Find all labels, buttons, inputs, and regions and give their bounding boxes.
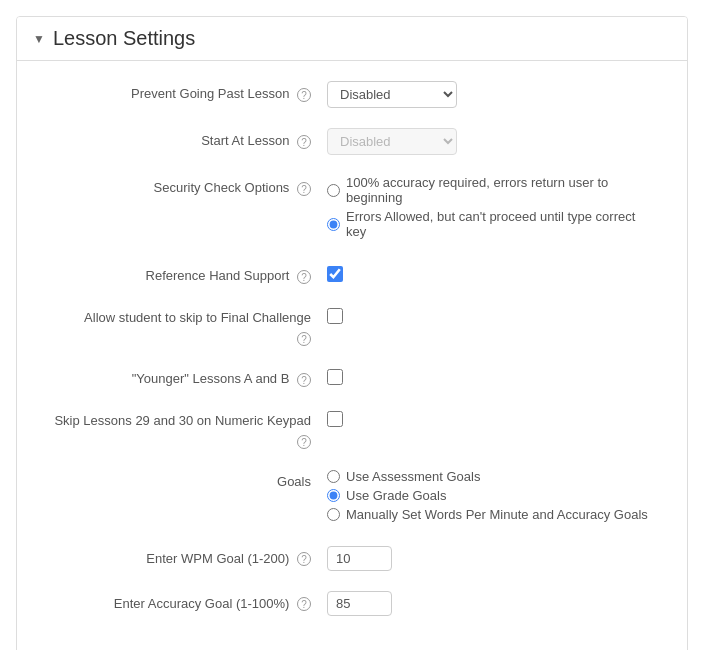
skip-lessons-label: Skip Lessons 29 and 30 on Numeric Keypad… xyxy=(47,408,327,449)
security-check-options-help-icon[interactable]: ? xyxy=(297,182,311,196)
allow-skip-final-control xyxy=(327,305,657,324)
skip-lessons-checkbox[interactable] xyxy=(327,411,343,427)
prevent-going-past-lesson-select[interactable]: Disabled Enabled xyxy=(327,81,457,108)
goals-label-1[interactable]: Use Assessment Goals xyxy=(346,469,480,484)
accuracy-goal-row: Enter Accuracy Goal (1-100%) ? xyxy=(47,591,657,616)
security-check-radio-1[interactable] xyxy=(327,184,340,197)
goals-label-3[interactable]: Manually Set Words Per Minute and Accura… xyxy=(346,507,648,522)
wpm-goal-control xyxy=(327,546,657,571)
younger-lessons-checkbox[interactable] xyxy=(327,369,343,385)
accuracy-goal-help-icon[interactable]: ? xyxy=(297,597,311,611)
panel-collapse-arrow: ▼ xyxy=(33,32,45,46)
allow-skip-final-checkbox-wrap xyxy=(327,305,657,324)
prevent-going-past-lesson-help-icon[interactable]: ? xyxy=(297,88,311,102)
skip-lessons-row: Skip Lessons 29 and 30 on Numeric Keypad… xyxy=(47,408,657,449)
skip-lessons-help-icon[interactable]: ? xyxy=(297,435,311,449)
younger-lessons-help-icon[interactable]: ? xyxy=(297,373,311,387)
prevent-going-past-lesson-row: Prevent Going Past Lesson ? Disabled Ena… xyxy=(47,81,657,108)
allow-skip-final-help-icon[interactable]: ? xyxy=(297,332,311,346)
goals-radio-2[interactable] xyxy=(327,489,340,502)
goals-radio-1[interactable] xyxy=(327,470,340,483)
panel-body: Prevent Going Past Lesson ? Disabled Ena… xyxy=(17,61,687,650)
reference-hand-support-checkbox[interactable] xyxy=(327,266,343,282)
start-at-lesson-row: Start At Lesson ? Disabled Enabled xyxy=(47,128,657,155)
wpm-goal-input[interactable] xyxy=(327,546,392,571)
goals-radio-3[interactable] xyxy=(327,508,340,521)
security-check-options-row: Security Check Options ? 100% accuracy r… xyxy=(47,175,657,243)
security-check-radio-2[interactable] xyxy=(327,218,340,231)
reference-hand-support-checkbox-wrap xyxy=(327,263,657,282)
security-check-label-1[interactable]: 100% accuracy required, errors return us… xyxy=(346,175,657,205)
accuracy-goal-input[interactable] xyxy=(327,591,392,616)
accuracy-goal-label: Enter Accuracy Goal (1-100%) ? xyxy=(47,591,327,613)
goals-label: Goals xyxy=(47,469,327,491)
goals-option-1: Use Assessment Goals xyxy=(327,469,657,484)
younger-lessons-label: "Younger" Lessons A and B ? xyxy=(47,366,327,388)
accuracy-goal-control xyxy=(327,591,657,616)
security-check-options-control: 100% accuracy required, errors return us… xyxy=(327,175,657,243)
panel-header[interactable]: ▼ Lesson Settings xyxy=(17,17,687,61)
security-check-option-2: Errors Allowed, but can't proceed until … xyxy=(327,209,657,239)
goals-row: Goals Use Assessment Goals Use Grade Goa… xyxy=(47,469,657,526)
younger-lessons-checkbox-wrap xyxy=(327,366,657,385)
goals-control: Use Assessment Goals Use Grade Goals Man… xyxy=(327,469,657,526)
reference-hand-support-label: Reference Hand Support ? xyxy=(47,263,327,285)
lesson-settings-panel: ▼ Lesson Settings Prevent Going Past Les… xyxy=(16,16,688,650)
start-at-lesson-control: Disabled Enabled xyxy=(327,128,657,155)
reference-hand-support-row: Reference Hand Support ? xyxy=(47,263,657,285)
security-check-label-2[interactable]: Errors Allowed, but can't proceed until … xyxy=(346,209,657,239)
goals-option-3: Manually Set Words Per Minute and Accura… xyxy=(327,507,657,522)
allow-skip-final-label: Allow student to skip to Final Challenge… xyxy=(47,305,327,346)
prevent-going-past-lesson-label: Prevent Going Past Lesson ? xyxy=(47,81,327,103)
younger-lessons-row: "Younger" Lessons A and B ? xyxy=(47,366,657,388)
reference-hand-support-control xyxy=(327,263,657,282)
younger-lessons-control xyxy=(327,366,657,385)
start-at-lesson-select[interactable]: Disabled Enabled xyxy=(327,128,457,155)
wpm-goal-label: Enter WPM Goal (1-200) ? xyxy=(47,546,327,568)
goals-label-2[interactable]: Use Grade Goals xyxy=(346,488,446,503)
skip-lessons-control xyxy=(327,408,657,427)
allow-skip-final-checkbox[interactable] xyxy=(327,308,343,324)
skip-lessons-checkbox-wrap xyxy=(327,408,657,427)
wpm-goal-help-icon[interactable]: ? xyxy=(297,552,311,566)
security-check-options-label: Security Check Options ? xyxy=(47,175,327,197)
allow-skip-final-row: Allow student to skip to Final Challenge… xyxy=(47,305,657,346)
wpm-goal-row: Enter WPM Goal (1-200) ? xyxy=(47,546,657,571)
start-at-lesson-label: Start At Lesson ? xyxy=(47,128,327,150)
prevent-going-past-lesson-control: Disabled Enabled xyxy=(327,81,657,108)
panel-title: Lesson Settings xyxy=(53,27,195,50)
start-at-lesson-help-icon[interactable]: ? xyxy=(297,135,311,149)
goals-option-2: Use Grade Goals xyxy=(327,488,657,503)
reference-hand-support-help-icon[interactable]: ? xyxy=(297,270,311,284)
security-check-option-1: 100% accuracy required, errors return us… xyxy=(327,175,657,205)
